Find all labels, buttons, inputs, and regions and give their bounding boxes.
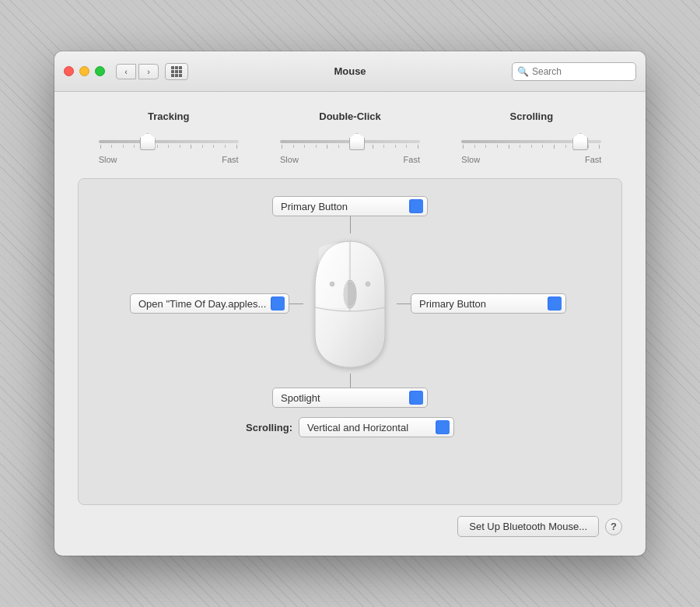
- search-input[interactable]: [532, 66, 646, 77]
- scrolling-setting-label: Scrolling:: [246, 422, 292, 433]
- help-button[interactable]: ?: [605, 518, 622, 535]
- scrolling-slider-container: [461, 133, 601, 150]
- scrolling-thumb[interactable]: [572, 133, 588, 150]
- top-dropdown-wrapper: Primary Button Secondary Button Mission …: [272, 196, 428, 216]
- scrolling-dropdown[interactable]: Vertical and Horizontal Vertical Only: [299, 417, 454, 437]
- titlebar: ‹ › Mouse 🔍 ✕: [54, 51, 646, 92]
- back-button[interactable]: ‹: [116, 64, 136, 79]
- tracking-slider-container: [99, 133, 239, 150]
- bottom-bar: Set Up Bluetooth Mouse... ?: [78, 505, 622, 540]
- tracking-max: Fast: [222, 155, 238, 164]
- bottom-dropdown-wrapper: Spotlight Mission Control Disabled: [272, 388, 428, 408]
- double-click-min: Slow: [280, 155, 299, 164]
- traffic-lights: [64, 66, 105, 76]
- mouse-panel: Primary Button Secondary Button Mission …: [78, 178, 622, 505]
- bottom-dropdown[interactable]: Spotlight Mission Control Disabled: [272, 388, 428, 408]
- top-dropdown[interactable]: Primary Button Secondary Button Mission …: [272, 196, 428, 216]
- grid-icon: [171, 66, 182, 77]
- bottom-connector-line: [350, 374, 351, 388]
- tracking-slider-group: Tracking: [78, 111, 259, 164]
- double-click-minmax: Slow Fast: [280, 155, 420, 164]
- grid-view-button[interactable]: [165, 63, 188, 80]
- left-dropdown-wrapper: Open "Time Of Day.apples... Primary Butt…: [130, 293, 289, 314]
- window: ‹ › Mouse 🔍 ✕ Tracking: [54, 51, 646, 556]
- content: Tracking: [54, 92, 646, 556]
- right-dropdown[interactable]: Primary Button Secondary Button Mission …: [411, 293, 566, 314]
- setup-bluetooth-button[interactable]: Set Up Bluetooth Mouse...: [457, 516, 599, 537]
- scrolling-min: Slow: [461, 155, 480, 164]
- left-connector-line: [289, 304, 303, 304]
- scrolling-minmax: Slow Fast: [461, 155, 601, 164]
- double-click-max: Fast: [404, 155, 420, 164]
- left-dropdown[interactable]: Open "Time Of Day.apples... Primary Butt…: [130, 293, 289, 314]
- nav-buttons: ‹ ›: [116, 64, 159, 79]
- double-click-slider-container: [280, 133, 420, 150]
- tracking-label: Tracking: [148, 111, 189, 122]
- double-click-label: Double-Click: [319, 111, 380, 122]
- mouse-image: [303, 233, 397, 374]
- right-connector-line: [397, 304, 411, 304]
- double-click-thumb[interactable]: [349, 133, 365, 150]
- double-click-slider-group: Double-Click: [259, 111, 440, 164]
- window-title: Mouse: [334, 65, 366, 77]
- svg-point-4: [366, 282, 370, 286]
- top-connector-line: [350, 216, 351, 233]
- tracking-min: Slow: [99, 155, 117, 164]
- sliders-section: Tracking: [78, 111, 622, 164]
- scrolling-max: Fast: [585, 155, 601, 164]
- forward-button[interactable]: ›: [138, 64, 159, 79]
- scrolling-slider-group: Scrolling: [441, 111, 622, 164]
- maximize-button[interactable]: [95, 66, 105, 76]
- minimize-button[interactable]: [79, 66, 89, 76]
- scrolling-dropdown-wrapper: Vertical and Horizontal Vertical Only: [299, 417, 454, 437]
- search-box: 🔍 ✕: [512, 62, 636, 81]
- scrolling-label: Scrolling: [510, 111, 554, 122]
- svg-point-3: [330, 282, 334, 286]
- tracking-minmax: Slow Fast: [99, 155, 239, 164]
- close-button[interactable]: [64, 66, 74, 76]
- tracking-thumb[interactable]: [140, 133, 156, 150]
- right-dropdown-wrapper: Primary Button Secondary Button Mission …: [411, 293, 566, 314]
- search-icon: 🔍: [517, 66, 529, 77]
